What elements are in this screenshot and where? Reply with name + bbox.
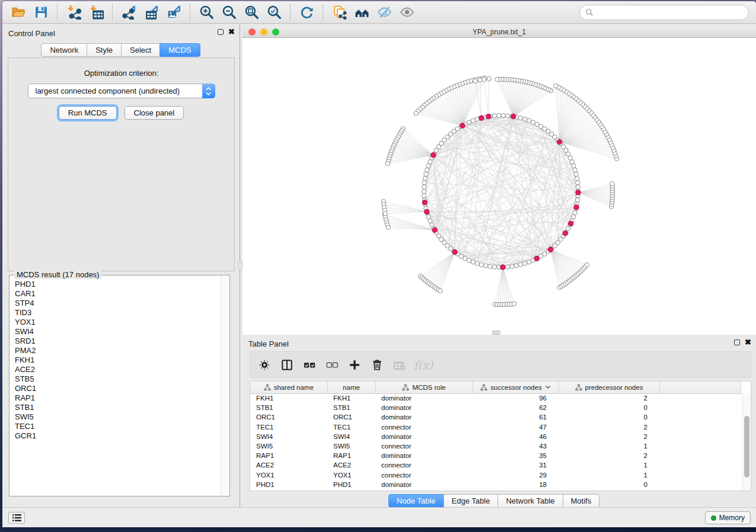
node-table: shared namenameMCDS rolesuccessor nodesp…	[250, 381, 751, 491]
column-header-successor-nodes[interactable]: successor nodes	[473, 382, 559, 393]
hide-selected-icon[interactable]	[373, 4, 395, 21]
mcds-result-item[interactable]: RAP1	[15, 393, 221, 403]
tab-network[interactable]: Network	[41, 43, 87, 57]
delete-column-icon[interactable]	[368, 355, 387, 374]
delete-table-icon[interactable]	[390, 355, 409, 374]
network-canvas[interactable]	[243, 39, 756, 335]
mcds-result-item[interactable]: GCR1	[15, 431, 221, 441]
network-window-titlebar[interactable]: YPA_prune.txt_1	[243, 26, 756, 38]
mcds-result-list[interactable]: PHD1CAR1STP4TID3YOX1SWI4SRD1PMA2FKH1ACE2…	[10, 276, 221, 495]
mcds-result-item[interactable]: FKH1	[15, 355, 221, 365]
mcds-result-item[interactable]: SWI5	[15, 412, 221, 422]
export-image-icon[interactable]	[162, 4, 185, 21]
table-row[interactable]: YOX1YOX1connector291	[250, 470, 741, 480]
memory-status-icon	[711, 515, 716, 521]
column-type-icon	[480, 384, 487, 391]
refresh-icon[interactable]	[295, 4, 318, 21]
table-row[interactable]: FKH1FKH1dominator962	[250, 393, 741, 403]
close-panel-button[interactable]: Close panel	[125, 106, 184, 120]
mcds-result-item[interactable]: SRD1	[15, 336, 221, 346]
column-type-icon	[402, 384, 409, 391]
table-row[interactable]: PHD1PHD1dominator180	[250, 480, 741, 489]
column-panel-icon[interactable]	[277, 355, 296, 374]
table-row[interactable]: STB1STB1dominator620	[250, 403, 741, 412]
import-table-icon[interactable]	[85, 4, 107, 21]
float-table-panel-icon[interactable]	[734, 339, 740, 345]
mcds-result-item[interactable]: STP4	[15, 299, 221, 308]
column-type-icon	[575, 384, 582, 391]
memory-label: Memory	[719, 514, 745, 522]
table-tab-node-table[interactable]: Node Table	[388, 494, 444, 508]
new-network-from-selection-icon[interactable]	[328, 4, 350, 21]
table-scrollbar-thumb[interactable]	[744, 416, 749, 477]
network-graph[interactable]	[243, 39, 756, 335]
mcds-result-item[interactable]: YOX1	[15, 318, 221, 327]
settings-icon[interactable]	[255, 355, 274, 374]
status-bar: Memory	[2, 507, 756, 527]
add-column-icon[interactable]	[345, 355, 364, 374]
zoom-in-icon[interactable]	[195, 4, 218, 21]
search-icon	[585, 8, 594, 17]
close-panel-icon[interactable]: ✖	[228, 29, 235, 35]
mcds-list-scrollbar[interactable]	[221, 276, 229, 495]
export-table-icon[interactable]	[140, 4, 162, 21]
column-header-predecessor-nodes[interactable]: predecessor nodes	[559, 382, 659, 393]
column-header-shared-name[interactable]: shared name	[250, 382, 327, 393]
show-panels-button[interactable]	[8, 512, 25, 524]
table-row[interactable]: RAP1RAP1dominator352	[250, 451, 741, 460]
table-panel: Table Panel ✖ f(x) shared namenameMCDS r…	[243, 335, 756, 507]
mcds-result-item[interactable]: ACE2	[15, 365, 221, 374]
import-network-icon[interactable]	[62, 4, 85, 21]
deselect-all-icon[interactable]	[323, 355, 342, 374]
first-neighbors-icon[interactable]	[350, 4, 373, 21]
table-row[interactable]: ORC1ORC1dominator610	[250, 412, 741, 422]
open-icon[interactable]	[7, 4, 30, 21]
tab-select[interactable]: Select	[121, 43, 160, 57]
table-row[interactable]: TEC1TEC1connector472	[250, 422, 741, 432]
select-all-icon[interactable]	[300, 355, 319, 374]
mcds-result-item[interactable]: ORC1	[15, 384, 221, 393]
float-panel-icon[interactable]	[218, 29, 224, 35]
mcds-result-item[interactable]: TID3	[15, 308, 221, 318]
mcds-result-item[interactable]: CAR1	[15, 289, 221, 299]
control-panel-tabs: NetworkStyleSelectMCDS	[2, 43, 240, 57]
table-scrollbar[interactable]	[742, 393, 751, 491]
run-mcds-button[interactable]: Run MCDS	[59, 106, 117, 120]
column-header-MCDS-role[interactable]: MCDS role	[375, 382, 473, 393]
criterion-selected-value: largest connected component (undirected)	[28, 86, 180, 95]
column-header-name[interactable]: name	[327, 382, 375, 393]
tab-mcds[interactable]: MCDS	[160, 43, 200, 57]
mcds-result-item[interactable]: SWI4	[15, 327, 221, 336]
table-tab-edge-table[interactable]: Edge Table	[444, 494, 499, 508]
table-tab-network-table[interactable]: Network Table	[497, 494, 563, 508]
vertical-splitter-handle[interactable]	[238, 261, 243, 270]
zoom-fit-icon[interactable]	[240, 4, 263, 21]
search-box[interactable]	[579, 5, 749, 20]
toolbar-separator	[290, 4, 291, 21]
table-row[interactable]: ACE2ACE2connector311	[250, 460, 741, 470]
toolbar-separator	[190, 4, 190, 21]
zoom-selected-icon[interactable]	[263, 4, 285, 21]
table-tab-motifs[interactable]: Motifs	[563, 494, 600, 508]
close-table-panel-icon[interactable]: ✖	[745, 339, 751, 345]
table-row[interactable]: SWI4SWI4dominator462	[250, 432, 741, 441]
show-all-icon[interactable]	[395, 4, 418, 21]
mcds-result-item[interactable]: STB1	[15, 403, 221, 412]
search-input[interactable]	[594, 8, 748, 17]
optimization-criterion-select[interactable]: largest connected component (undirected)	[28, 84, 215, 98]
function-builder-icon[interactable]: f(x)	[413, 355, 432, 374]
mcds-result-item[interactable]: PMA2	[15, 346, 221, 355]
toolbar-separator	[57, 4, 58, 21]
table-row[interactable]: SWI5SWI5connector431	[250, 441, 741, 451]
save-icon[interactable]	[30, 4, 52, 21]
list-icon	[12, 514, 21, 521]
tab-style[interactable]: Style	[87, 43, 122, 57]
mcds-result-item[interactable]: STB5	[15, 374, 221, 384]
export-network-icon[interactable]	[117, 4, 140, 21]
mcds-result-item[interactable]: TEC1	[15, 422, 221, 431]
sort-descending-icon	[545, 385, 551, 389]
memory-button[interactable]: Memory	[705, 511, 751, 524]
zoom-out-icon[interactable]	[218, 4, 240, 21]
mcds-result-item[interactable]: PHD1	[15, 280, 221, 289]
horizontal-splitter-handle[interactable]	[492, 331, 500, 335]
